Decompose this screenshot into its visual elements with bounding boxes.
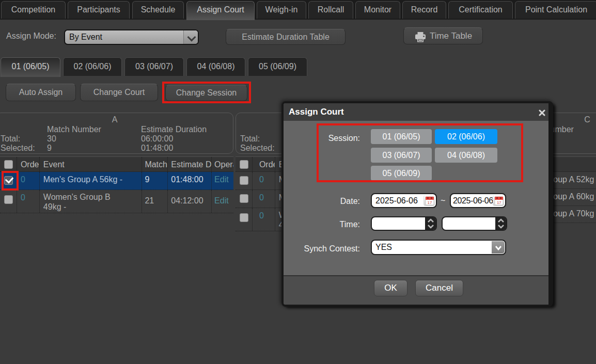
svg-text:17: 17 xyxy=(496,200,501,205)
svg-text:17: 17 xyxy=(427,200,432,205)
